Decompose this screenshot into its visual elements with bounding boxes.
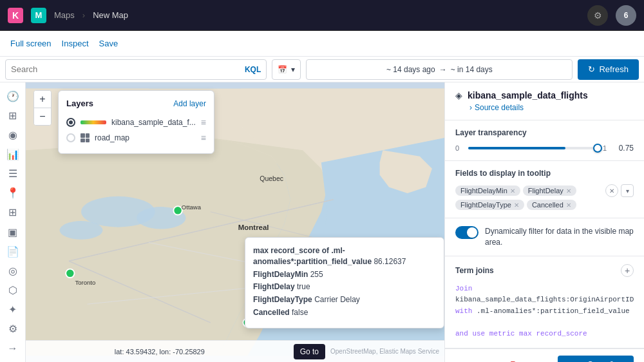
- layer-item-road[interactable]: road_map ≡: [66, 130, 206, 146]
- kibana-logo: K: [8, 8, 23, 23]
- svg-point-9: [173, 206, 182, 214]
- source-details-link[interactable]: › Source details: [455, 103, 634, 112]
- refresh-button[interactable]: ↻ Refresh: [578, 59, 639, 80]
- coordinates-text: lat: 43.59432, lon: -70.25829: [31, 348, 289, 356]
- date-range[interactable]: ~ 14 days ago → ~ in 14 days: [306, 59, 573, 80]
- transparency-min: 0: [455, 144, 463, 152]
- tooltip-field-label-1: FlightDelayMin: [253, 270, 310, 279]
- save-close-button[interactable]: ✓ Save & close: [558, 356, 634, 362]
- date-filter-button[interactable]: 📅 ▾: [272, 59, 301, 80]
- transparency-title: Layer transparency: [455, 128, 634, 137]
- join-metric-value: max record_score: [519, 330, 587, 338]
- map-tooltip: max record_score of .ml-anomalies*:parti…: [245, 237, 444, 329]
- tooltip-score-row: max record_score of .ml-anomalies*:parti…: [253, 245, 436, 267]
- remove-layer-button[interactable]: Remove layer: [494, 356, 557, 362]
- field-tag-remove-flightdelaytype[interactable]: ✕: [514, 202, 519, 209]
- tooltip-fields-section: Fields to display in tooltip FlightDelay…: [445, 161, 644, 218]
- field-tag-remove-flightdelay[interactable]: ✕: [566, 187, 571, 195]
- date-start: ~ 14 days ago: [386, 65, 435, 74]
- svg-point-10: [66, 269, 74, 278]
- sidebar-icon-location[interactable]: ◉: [3, 126, 23, 143]
- layer-title-icon: ◈: [455, 90, 462, 100]
- sidebar-icon-puzzle[interactable]: ⬡: [3, 281, 23, 298]
- layer-radio-flights[interactable]: [66, 118, 75, 127]
- add-layer-button[interactable]: Add layer: [173, 99, 206, 108]
- fields-dropdown-button[interactable]: ▾: [621, 184, 634, 197]
- tooltip-field-label-4: Cancelled: [253, 308, 292, 317]
- zoom-out-button[interactable]: −: [34, 108, 51, 125]
- coords-bar: lat: 43.59432, lon: -70.25829 Go to Open…: [26, 340, 444, 362]
- layers-panel: Layers Add layer kibana_sample_data_f...…: [58, 90, 214, 154]
- search-bar: KQL 📅 ▾ ~ 14 days ago → ~ in 14 days ↻ R…: [0, 57, 644, 82]
- fields-clear-button[interactable]: ✕: [605, 184, 618, 197]
- transparency-slider[interactable]: [468, 147, 598, 149]
- sidebar-icon-chart[interactable]: 📊: [3, 146, 23, 162]
- dynamic-filter-toggle[interactable]: [455, 226, 478, 239]
- action-bar: Full screen Inspect Save: [0, 31, 644, 57]
- kql-badge[interactable]: KQL: [245, 65, 261, 74]
- transparency-max: 1: [603, 144, 611, 152]
- field-tag-flightdelaymin: FlightDelayMin ✕: [455, 186, 520, 196]
- calendar-chevron: ▾: [291, 65, 295, 74]
- avatar[interactable]: 6: [616, 5, 636, 26]
- svg-text:Toronto: Toronto: [75, 279, 95, 286]
- page-title: New Map: [93, 10, 128, 20]
- map-area[interactable]: Ottawa Quebec Montreal Toronto Boston La…: [26, 82, 444, 362]
- join-value-1: kibana_sample_data_flights:OriginAirport…: [455, 296, 634, 303]
- tooltip-field-value-1: 255: [310, 270, 323, 279]
- sidebar-icon-target[interactable]: ◎: [3, 262, 23, 279]
- sidebar-icon-doc[interactable]: 📄: [3, 243, 23, 260]
- goto-button[interactable]: Go to: [294, 344, 325, 359]
- field-tag-label-cancelled: Cancelled: [532, 201, 564, 209]
- inspect-link[interactable]: Inspect: [62, 39, 89, 48]
- search-input[interactable]: [11, 64, 245, 74]
- search-input-wrap[interactable]: KQL: [5, 59, 267, 80]
- zoom-in-button[interactable]: +: [34, 91, 51, 108]
- sidebar-icon-arrow[interactable]: →: [3, 340, 23, 357]
- sidebar-icon-pin[interactable]: 📍: [3, 185, 23, 202]
- layer-name-flights: kibana_sample_data_f...: [111, 118, 196, 127]
- join-keyword-with: with: [455, 307, 472, 315]
- map-zoom-controls: + −: [33, 90, 52, 126]
- sidebar-icon-list[interactable]: ☰: [3, 166, 23, 182]
- sidebar-icon-clock[interactable]: 🕐: [3, 88, 23, 104]
- transparency-section: Layer transparency 0 1 0.75: [445, 120, 644, 161]
- layer-title-text: kibana_sample_data_flights: [468, 90, 588, 100]
- layer-drag-flights[interactable]: ≡: [201, 117, 206, 128]
- layer-radio-road[interactable]: [66, 133, 75, 142]
- layers-title: Layers: [66, 99, 93, 108]
- top-bar: K M Maps › New Map ⚙ 6: [0, 0, 644, 31]
- sidebar-icon-star[interactable]: ✦: [3, 301, 23, 318]
- save-link[interactable]: Save: [99, 39, 118, 48]
- join-keyword-join: Join: [455, 285, 472, 292]
- svg-point-3: [60, 221, 103, 240]
- add-join-button[interactable]: +: [621, 264, 634, 277]
- source-details-label: Source details: [475, 103, 524, 112]
- sidebar-icon-layers[interactable]: ⊞: [3, 107, 23, 124]
- refresh-icon: ↻: [588, 64, 595, 74]
- tooltip-score-value: 86.12637: [374, 257, 406, 266]
- field-tag-remove-flightdelaymin[interactable]: ✕: [510, 187, 515, 195]
- field-tag-remove-cancelled[interactable]: ✕: [566, 202, 571, 209]
- gear-icon[interactable]: ⚙: [587, 5, 608, 26]
- main-layout: 🕐 ⊞ ◉ 📊 ☰ 📍 ⊞ ▣ 📄 ◎ ⬡ ✦ ⚙ →: [0, 82, 644, 362]
- sidebar-icon-grid[interactable]: ⊞: [3, 204, 23, 221]
- slider-thumb[interactable]: [593, 144, 602, 153]
- field-tag-flightdelay: FlightDelay ✕: [523, 186, 576, 196]
- tooltip-fields-title: Fields to display in tooltip: [455, 169, 634, 178]
- layer-gradient-flights: [80, 120, 106, 124]
- date-end: ~ in 14 days: [451, 65, 493, 74]
- slider-fill: [468, 147, 565, 149]
- field-tag-flightdelaytype: FlightDelayType ✕: [455, 200, 524, 210]
- layer-item-flights[interactable]: kibana_sample_data_f... ≡: [66, 115, 206, 130]
- dynamic-filter-label: Dynamically filter for data in the visib…: [485, 226, 634, 248]
- fullscreen-link[interactable]: Full screen: [10, 39, 52, 48]
- right-panel-header: ◈ kibana_sample_data_flights › Source de…: [445, 82, 644, 120]
- layer-icon-road: [80, 133, 90, 142]
- right-panel-footer: Cancel Remove layer ✓ Save & close: [445, 348, 644, 362]
- sidebar-icon-box[interactable]: ▣: [3, 224, 23, 240]
- tooltip-field-1: FlightDelayMin 255: [253, 269, 436, 280]
- layer-drag-road[interactable]: ≡: [201, 133, 206, 143]
- tooltip-field-2: FlightDelay true: [253, 281, 436, 292]
- sidebar-icon-settings[interactable]: ⚙: [3, 321, 23, 338]
